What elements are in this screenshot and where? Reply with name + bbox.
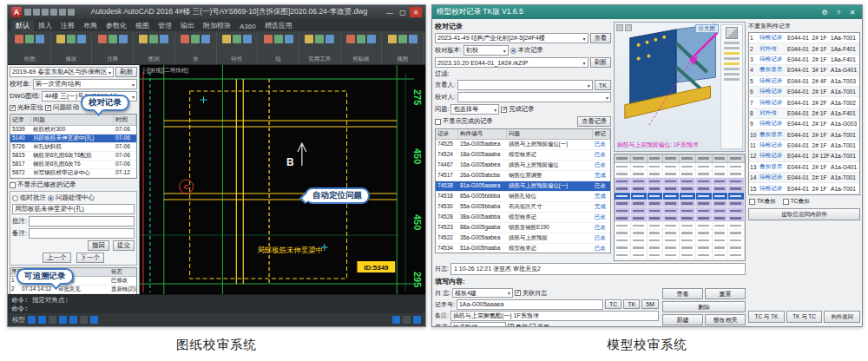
tool-icon[interactable] xyxy=(191,35,200,43)
hide-modified-checkbox[interactable]: 不显示已修改的记录 xyxy=(10,180,76,189)
column-header[interactable] xyxy=(680,154,696,162)
tool-icon[interactable] xyxy=(201,35,210,43)
overlay-checkbox[interactable]: 叠加 xyxy=(508,323,528,328)
ribbon-group[interactable]: 特性 xyxy=(217,33,259,64)
column-header[interactable] xyxy=(728,154,745,162)
model-viewer[interactable]: 分大图 xyxy=(614,22,746,152)
issue-center-radio[interactable]: 问题处理中心 xyxy=(48,194,95,202)
record-row[interactable]: 5815钢筋第6孔图6改T6配筋07-06 xyxy=(10,152,136,161)
ribbon-tab[interactable]: 输出 xyxy=(176,20,199,31)
column-header[interactable] xyxy=(631,154,648,162)
ribbon-tab[interactable]: 注释 xyxy=(56,20,79,31)
component-row[interactable]: 12待检记录E044-01_2# 12FA1a-T001 xyxy=(749,151,859,161)
ribbon-group[interactable]: 修改 xyxy=(51,33,93,64)
project-select[interactable]: 2023-41-49 结构产业化初[2#-5]2#F4楼 xyxy=(435,33,589,43)
tool-icon[interactable] xyxy=(149,35,158,43)
osnap-toggle-icon[interactable] xyxy=(69,316,77,324)
delete-button[interactable]: 删除 xyxy=(662,301,746,312)
component-row[interactable]: 3待检记录E044-01_2# 1F1Aa-F401 xyxy=(749,55,859,65)
ribbon-tab[interactable]: 布局 xyxy=(79,20,102,31)
issue-row[interactable]: 7453055a-G005bbaba石高低区尺寸完成 xyxy=(436,202,610,213)
component-row[interactable]: 8对外传E044-01_2# 1FA1a-F401 xyxy=(749,108,859,119)
tool-icon[interactable] xyxy=(264,35,273,43)
memo-input[interactable] xyxy=(29,228,135,239)
rectify-button[interactable]: 整改相关 xyxy=(705,314,746,325)
ribbon-group[interactable]: 图层 xyxy=(134,33,175,64)
detail-row[interactable] xyxy=(615,200,745,208)
history-row[interactable]: 207-14 14:12审批意见重新核(2)遍 xyxy=(10,286,136,294)
component-row[interactable]: 13叠加显示E044-01_2# 1FA1a-G401 xyxy=(749,162,859,173)
tk-overlay-checkbox[interactable]: TK叠加 xyxy=(749,198,776,206)
detail-row[interactable] xyxy=(615,178,745,186)
ribbon-group[interactable]: 组 xyxy=(258,33,299,64)
issue-row[interactable]: 7453451a-G005haaba模型核查记已改 xyxy=(436,244,610,253)
tool-icon[interactable] xyxy=(285,35,293,43)
template-select[interactable]: 模板4建 xyxy=(452,288,513,298)
check-sheet-select[interactable]: 第一次竖向结构 xyxy=(33,79,137,89)
close-button[interactable]: ✕ xyxy=(847,9,858,16)
workspace-icon[interactable] xyxy=(403,316,411,324)
record-row[interactable]: 5140局部板筋未伸至梁中(孔)07-06 xyxy=(10,135,136,143)
detail-row[interactable] xyxy=(615,193,745,200)
5m-button[interactable]: 5M xyxy=(641,299,659,309)
undo-icon[interactable] xyxy=(50,9,57,16)
view-button[interactable]: 查看 xyxy=(590,33,611,43)
tool-icon[interactable] xyxy=(274,35,283,43)
component-row[interactable]: 10叠加显示E044-01_2# 1FA1a-T001 xyxy=(749,130,859,141)
next-button[interactable]: 下一个 xyxy=(76,253,105,263)
ribbon-tab[interactable]: 管理 xyxy=(154,20,176,31)
tool-icon[interactable] xyxy=(181,35,189,43)
maximize-button[interactable]: ▢ xyxy=(397,7,409,17)
tool-icon[interactable] xyxy=(98,35,107,43)
tool-icon[interactable] xyxy=(108,35,117,43)
tool-icon[interactable] xyxy=(222,35,231,43)
ribbon-tab[interactable]: 附加模块 xyxy=(199,20,235,31)
detail-row[interactable] xyxy=(615,237,745,245)
issue-link-checkbox[interactable]: 问题联动 xyxy=(45,103,79,112)
tool-icon[interactable] xyxy=(346,35,355,43)
zoom-icon[interactable] xyxy=(625,24,632,31)
log-entry-box[interactable]: 1 10-26 12:21 张亚杰 审批意见2 xyxy=(450,263,746,275)
column-header[interactable] xyxy=(696,154,713,162)
issue-row[interactable]: 7452838a-G005aabba模型核查记已改 xyxy=(436,213,610,223)
issue-row[interactable]: 7452418a-G005aaaba模型核查记已改 xyxy=(436,150,610,161)
cursor-locate-checkbox[interactable]: 光标定位 xyxy=(10,103,43,112)
ribbon-group[interactable]: 块 xyxy=(175,33,217,64)
issue-select[interactable]: 包选择等 xyxy=(450,104,499,115)
new-button[interactable]: 新建 xyxy=(662,314,703,325)
issue-content-box[interactable]: 局部板筋未伸至梁中(孔) xyxy=(12,204,135,214)
reset-button[interactable]: 重置 xyxy=(705,288,746,299)
pan-icon[interactable] xyxy=(616,24,623,31)
command-line[interactable]: 命令: 指定对角点: 命令: xyxy=(8,294,425,313)
tool-icon[interactable] xyxy=(233,35,241,43)
mode-select[interactable]: 短选预埋 xyxy=(450,322,506,327)
issue-row[interactable]: 7453881a-G005aaaea插筋与上层预留偏位(一)已改 xyxy=(436,181,610,192)
detail-row[interactable] xyxy=(615,245,745,253)
view-record-button[interactable]: 查看记录 xyxy=(577,116,611,127)
ribbon-group[interactable]: 实用工具 xyxy=(299,33,341,64)
component-row[interactable]: 11待检记录E044-01_2# 1FA1a-T001 xyxy=(749,141,859,151)
tool-icon[interactable] xyxy=(367,35,376,43)
component-row[interactable]: 15待检记录E044-01_2# 1FA1a-T001 xyxy=(749,183,859,194)
note-input[interactable] xyxy=(29,216,135,226)
detail-row[interactable] xyxy=(615,230,745,238)
tool-icon[interactable] xyxy=(36,35,44,43)
tool-icon[interactable] xyxy=(409,35,418,43)
tool-icon[interactable] xyxy=(67,35,76,43)
component-row[interactable]: 4叠加显示E044-01_3# 1FA1a-G401 xyxy=(749,65,859,75)
drawing-canvas[interactable]: [-][俯视][二维线框] xyxy=(140,65,425,296)
close-button[interactable]: ✕ xyxy=(410,7,422,17)
column-header[interactable] xyxy=(713,154,729,162)
revoke-button[interactable]: 撤回 xyxy=(88,240,109,251)
issue-row[interactable]: 7451885a-G005bbbba钢筋孔错位完成 xyxy=(436,192,610,202)
column-header[interactable]: 构件编号 xyxy=(458,129,507,139)
detail-row[interactable] xyxy=(615,252,745,259)
tool-icon[interactable] xyxy=(160,35,168,43)
help-icon[interactable]: ? xyxy=(833,9,844,16)
detail-row[interactable] xyxy=(615,186,745,194)
minimize-button[interactable]: — xyxy=(384,7,396,17)
tool-icon[interactable] xyxy=(119,35,128,43)
issue-row[interactable]: 7451726a-G005abcba钢筋位置调整完成 xyxy=(436,171,610,181)
print-icon[interactable] xyxy=(68,9,75,16)
isolate-checkbox[interactable]: 孤显 xyxy=(529,323,549,328)
